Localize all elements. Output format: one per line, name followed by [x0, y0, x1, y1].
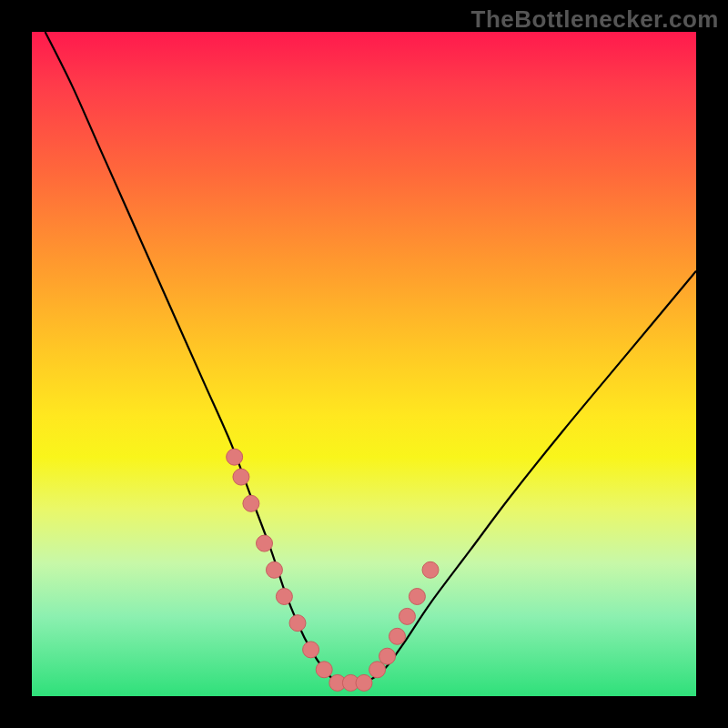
marker-dot [389, 628, 406, 644]
chart-frame: TheBottlenecker.com [0, 0, 728, 728]
marker-dot [233, 469, 249, 485]
marker-dot [356, 674, 372, 691]
bottleneck-curve [46, 32, 696, 683]
marker-dot [303, 642, 319, 658]
plot-area [32, 32, 696, 696]
marker-dot [399, 608, 415, 624]
marker-dot [227, 449, 243, 465]
marker-dot [276, 589, 292, 605]
marker-dot [379, 648, 396, 664]
marker-dot [243, 495, 259, 511]
marker-dot [257, 535, 273, 551]
marker-dot [409, 589, 425, 605]
sample-markers [227, 449, 439, 691]
marker-dot [422, 561, 439, 578]
marker-dot [289, 615, 306, 632]
marker-dot [316, 662, 332, 678]
watermark-text: TheBottlenecker.com [471, 5, 719, 34]
marker-dot [266, 561, 282, 578]
chart-svg [32, 32, 696, 696]
marker-dot [369, 662, 386, 678]
